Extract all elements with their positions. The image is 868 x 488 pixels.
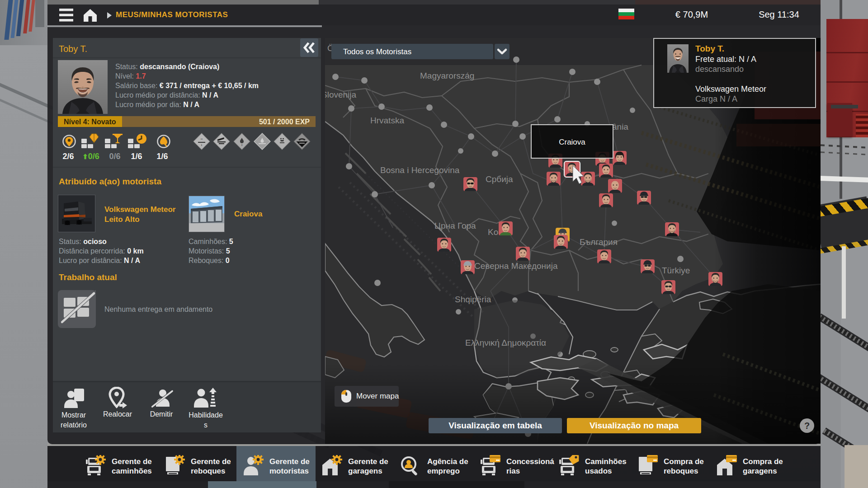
svg-text:***: ***: [201, 138, 203, 141]
svg-text:1: 1: [201, 144, 203, 146]
svg-text:3: 3: [241, 144, 243, 146]
